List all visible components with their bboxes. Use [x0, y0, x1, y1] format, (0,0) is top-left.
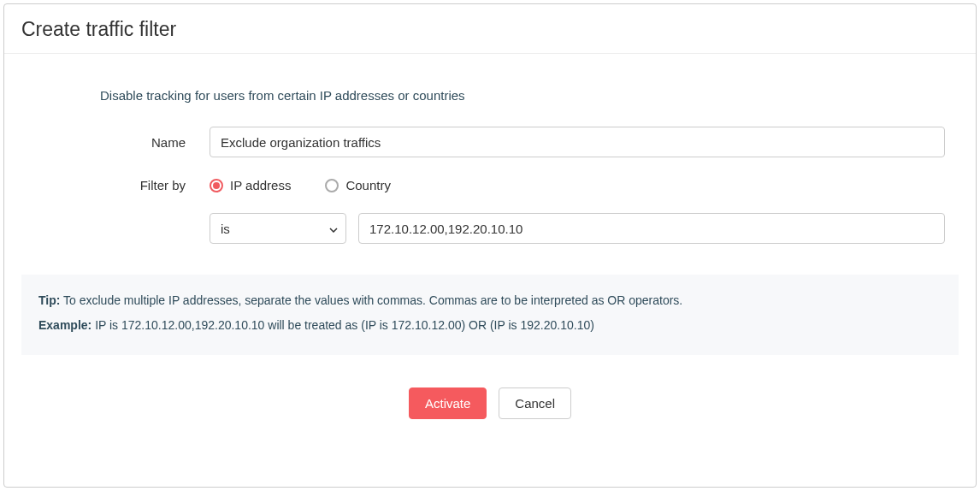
create-traffic-filter-modal: Create traffic filter Disable tracking f… [3, 3, 977, 488]
tip-line: Tip: To exclude multiple IP addresses, s… [38, 290, 942, 311]
radio-ip-address[interactable]: IP address [210, 178, 291, 192]
name-label: Name [21, 135, 210, 150]
example-line: Example: IP is 172.10.12.00,192.20.10.10… [38, 315, 942, 336]
filter-by-label: Filter by [21, 178, 210, 192]
modal-footer: Activate Cancel [21, 355, 959, 436]
tip-box: Tip: To exclude multiple IP addresses, s… [21, 275, 959, 355]
filter-condition-row: is [210, 213, 945, 244]
modal-header: Create traffic filter [4, 4, 976, 54]
cancel-button[interactable]: Cancel [499, 387, 571, 419]
radio-selected-icon [210, 179, 223, 192]
tip-label: Tip: [38, 293, 60, 307]
radio-unselected-icon [325, 179, 339, 192]
example-text: IP is 172.10.12.00,192.20.10.10 will be … [92, 318, 594, 332]
modal-title: Create traffic filter [21, 18, 959, 41]
modal-body: Disable tracking for users from certain … [4, 54, 976, 453]
operator-select[interactable]: is [210, 213, 346, 244]
activate-button[interactable]: Activate [409, 387, 487, 419]
filter-by-radio-group: IP address Country [210, 178, 391, 192]
radio-ip-label: IP address [230, 178, 291, 192]
name-input[interactable] [210, 127, 945, 157]
radio-country[interactable]: Country [325, 178, 391, 192]
radio-country-label: Country [345, 178, 391, 192]
example-label: Example: [38, 318, 92, 332]
condition-value-input[interactable] [358, 213, 945, 244]
operator-select-wrapper: is [210, 213, 346, 244]
name-row: Name [21, 127, 959, 157]
filter-by-row: Filter by IP address Country [21, 178, 959, 192]
modal-description: Disable tracking for users from certain … [100, 88, 959, 103]
tip-text: To exclude multiple IP addresses, separa… [60, 293, 682, 307]
